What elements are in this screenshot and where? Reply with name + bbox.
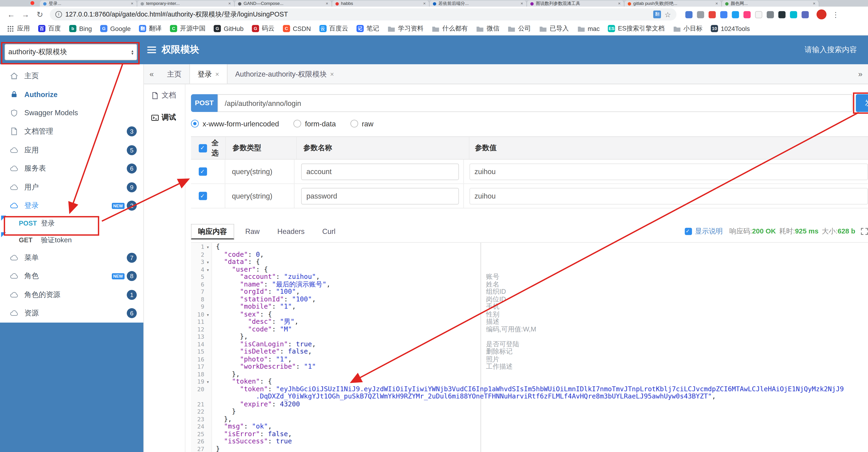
module-select[interactable]: authority-权限模块 [4, 44, 137, 60]
sidebar-item-用户[interactable]: 用户9 [0, 178, 144, 196]
bookmark-item[interactable]: CCSDN [283, 25, 311, 32]
browser-menu-icon[interactable]: ⋮ [832, 10, 839, 19]
bookmark-item[interactable]: 公司 [508, 24, 531, 33]
translate-icon[interactable]: 翻 [653, 10, 661, 18]
sidebar-item-主页[interactable]: 主页 [0, 66, 144, 85]
browser-tab[interactable]: 登录...× [40, 0, 137, 6]
sidebar-api-item[interactable]: GET验证token [0, 232, 144, 248]
extension-icon[interactable] [709, 11, 716, 18]
extension-icon[interactable] [778, 11, 785, 18]
bookmark-item[interactable]: GGitHub [214, 25, 244, 32]
extension-icon[interactable] [790, 11, 797, 18]
fold-icon[interactable]: ▾ [204, 378, 212, 386]
bookmark-item[interactable]: 记笔记 [356, 24, 379, 33]
sidebar-item-角色[interactable]: 角色NEW8 [0, 267, 144, 286]
param-name-input[interactable] [302, 163, 459, 180]
extension-icon[interactable] [720, 11, 727, 18]
profile-avatar[interactable] [817, 9, 827, 19]
extension-icon[interactable] [743, 11, 751, 18]
address-bar[interactable]: i 127.0.0.1:8760/api/gate/doc.html#/auth… [50, 8, 677, 21]
param-value-input[interactable] [469, 188, 868, 204]
row-checkbox[interactable] [199, 192, 207, 200]
content-type-option[interactable]: raw [350, 119, 374, 128]
tab-close-icon[interactable]: × [715, 1, 718, 6]
response-tab[interactable]: Headers [271, 224, 311, 238]
bookmark-item[interactable]: ESES搜索引擎文档 [608, 24, 664, 33]
fold-icon[interactable]: ▾ [204, 244, 212, 251]
browser-tab[interactable]: GAND—Compose...× [235, 0, 332, 6]
doc-tab[interactable]: Authorize-authority-权限模块× [227, 64, 342, 84]
bookmark-item[interactable]: 101024Tools [711, 25, 750, 32]
tabs-collapse-icon[interactable]: « [144, 64, 159, 84]
extension-icon[interactable] [685, 11, 692, 18]
tab-close-icon[interactable]: × [813, 1, 815, 6]
tab-close-icon[interactable]: × [521, 1, 523, 6]
sidebar-item-资源[interactable]: 资源6 [0, 304, 144, 322]
back-icon[interactable]: ← [6, 10, 17, 19]
bookmark-item[interactable]: 百百度 [38, 24, 61, 33]
bookmark-item[interactable]: 微信 [476, 24, 499, 33]
content-type-option[interactable]: form-data [293, 119, 336, 128]
response-tab[interactable]: Raw [239, 224, 266, 238]
doc-tab[interactable]: 主页 [159, 64, 189, 84]
sidebar-item-文档管理[interactable]: 文档管理3 [0, 122, 144, 141]
extension-icon[interactable] [755, 11, 762, 18]
fold-icon[interactable]: ▾ [204, 266, 212, 274]
bookmark-item[interactable]: mac [577, 25, 600, 32]
sidebar-item-服务表[interactable]: 服务表6 [0, 160, 144, 178]
browser-tab[interactable]: 颜色网...× [722, 0, 819, 6]
forward-icon[interactable]: → [20, 10, 31, 19]
response-tab[interactable]: Curl [316, 224, 342, 238]
bookmark-item[interactable]: GGoogle [100, 25, 131, 32]
bookmark-item[interactable]: 已导入 [539, 24, 569, 33]
tab-close-icon[interactable]: × [618, 1, 620, 6]
bookmark-item[interactable]: 云百度云 [319, 24, 348, 33]
param-value-input[interactable] [469, 163, 868, 180]
tabs-expand-icon[interactable]: » [852, 64, 868, 84]
bookmark-star-icon[interactable]: ☆ [664, 10, 671, 19]
send-button[interactable]: 发送 [856, 94, 868, 112]
menu-icon[interactable] [147, 47, 156, 55]
sidebar-item-登录[interactable]: 登录NEW2 [0, 196, 144, 215]
select-all-checkbox[interactable] [199, 144, 207, 152]
tab-debug[interactable]: 调试 [144, 106, 185, 129]
header-search[interactable]: 请输入搜索内容 [805, 35, 857, 64]
extension-icon[interactable] [697, 11, 704, 18]
extension-icon[interactable] [767, 11, 774, 18]
show-desc-checkbox[interactable] [685, 228, 692, 235]
bookmark-item[interactable]: 翻翻译 [139, 24, 162, 33]
reload-icon[interactable]: ↻ [34, 10, 45, 19]
param-name-input[interactable] [302, 188, 459, 204]
bookmark-item[interactable]: G码云 [252, 24, 275, 33]
tab-close-icon[interactable]: × [326, 1, 328, 6]
sidebar-item-菜单[interactable]: 菜单7 [0, 248, 144, 267]
bookmark-item[interactable]: bBing [69, 25, 92, 32]
request-url-input[interactable] [218, 94, 852, 112]
bookmark-item[interactable]: 应用 [7, 24, 30, 33]
extension-icon[interactable] [732, 11, 739, 18]
browser-tab[interactable]: habbs× [332, 0, 430, 6]
fold-icon[interactable]: ▾ [204, 259, 212, 266]
browser-tab[interactable]: 图说数列参数混淆工具× [527, 0, 624, 6]
info-icon[interactable]: i [55, 11, 62, 18]
extension-icon[interactable] [802, 11, 809, 18]
sidebar-api-item[interactable]: POST登录 [0, 215, 144, 232]
content-type-option[interactable]: x-www-form-urlencoded [191, 119, 279, 128]
response-tab[interactable]: 响应内容 [191, 224, 234, 239]
bookmark-item[interactable]: 小目标 [673, 24, 703, 33]
browser-tab[interactable]: 若依前后端分...× [430, 0, 527, 6]
bookmark-item[interactable]: C开源中国 [170, 24, 205, 33]
doc-tab[interactable]: 登录× [189, 64, 227, 84]
sidebar-item-应用[interactable]: 应用5 [0, 141, 144, 160]
bookmark-item[interactable]: 学习资料 [388, 24, 424, 33]
sidebar-item-Authorize[interactable]: Authorize [0, 85, 144, 104]
tab-close-icon[interactable]: × [330, 70, 334, 78]
fold-icon[interactable]: ▾ [204, 311, 212, 319]
browser-tab[interactable]: temporary-inter...× [137, 0, 235, 6]
row-checkbox[interactable] [199, 167, 207, 176]
tab-document[interactable]: 文档 [144, 84, 185, 106]
tab-close-icon[interactable]: × [228, 1, 231, 6]
tab-close-icon[interactable]: × [131, 1, 133, 6]
tab-close-icon[interactable]: × [215, 70, 219, 78]
tab-close-icon[interactable]: × [423, 1, 426, 6]
